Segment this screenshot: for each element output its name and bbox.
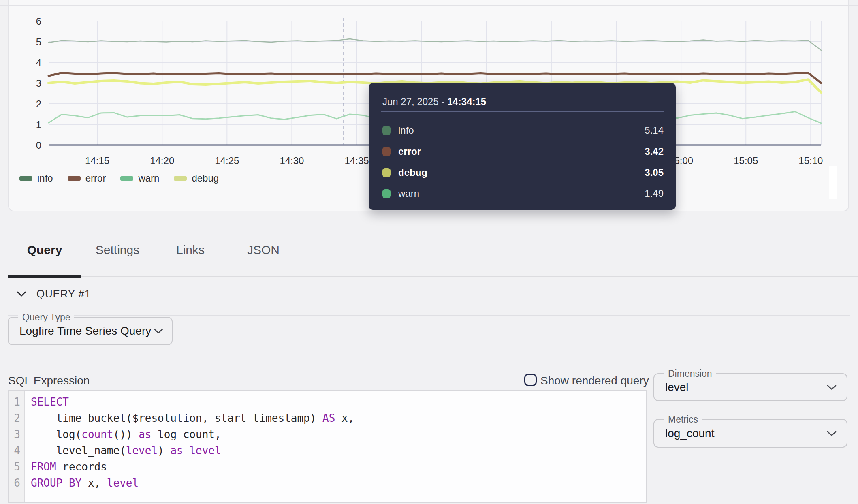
tab-links[interactable]: Links bbox=[154, 241, 227, 278]
line-number: 6 bbox=[9, 475, 24, 491]
tooltip-swatch-error bbox=[382, 147, 391, 156]
query-type-select[interactable]: Query Type Logfire Time Series Query bbox=[8, 317, 173, 345]
legend-label: debug bbox=[192, 173, 219, 184]
dimension-value: level bbox=[665, 381, 689, 394]
line-number: 2 bbox=[9, 410, 24, 426]
x-axis-tick-label: 15:10 bbox=[798, 155, 823, 166]
code-line: level_name(level) as level bbox=[31, 442, 354, 459]
legend-label: info bbox=[37, 173, 53, 184]
chart-scrollbar-thumb[interactable] bbox=[829, 166, 837, 199]
query-section-title: QUERY #1 bbox=[36, 288, 91, 300]
tooltip-row-info: info 5.14 bbox=[382, 126, 664, 135]
line-number: 1 bbox=[9, 394, 24, 410]
line-number: 3 bbox=[9, 426, 24, 442]
legend-swatch-error bbox=[68, 176, 81, 181]
page: { "chart_data": { "type": "line", "x_axi… bbox=[0, 0, 858, 504]
metrics-select[interactable]: Metrics log_count bbox=[653, 419, 847, 448]
y-axis-tick-label: 0 bbox=[36, 140, 41, 151]
tab-settings[interactable]: Settings bbox=[81, 241, 154, 278]
code-content[interactable]: SELECT time_bucket($resolution, start_ti… bbox=[25, 391, 354, 502]
tab-bar: Query Settings Links JSON bbox=[8, 241, 300, 278]
sql-expression-label: SQL Expression bbox=[8, 374, 90, 387]
query-type-label: Query Type bbox=[18, 312, 74, 323]
metrics-value: log_count bbox=[665, 427, 714, 440]
legend-item-info[interactable]: info bbox=[19, 173, 53, 184]
y-axis-tick-label: 5 bbox=[36, 36, 41, 47]
tooltip-swatch-debug bbox=[382, 168, 391, 177]
y-axis-tick-label: 3 bbox=[36, 78, 41, 89]
code-line: FROM records bbox=[31, 459, 354, 475]
line-number: 4 bbox=[9, 442, 24, 459]
code-line: time_bucket($resolution, start_timestamp… bbox=[31, 410, 354, 426]
x-axis-tick-label: 15:05 bbox=[734, 155, 758, 166]
line-number: 5 bbox=[9, 459, 24, 475]
legend-item-debug[interactable]: debug bbox=[174, 173, 219, 184]
x-axis-tick-label: 14:30 bbox=[280, 155, 304, 166]
legend-label: error bbox=[85, 173, 106, 184]
sql-code-editor[interactable]: 123456 SELECT time_bucket($resolution, s… bbox=[8, 390, 647, 503]
chart-tooltip: Jun 27, 2025 - 14:34:15 info 5.14 error … bbox=[369, 83, 676, 210]
show-rendered-query-label: Show rendered query bbox=[540, 374, 649, 387]
tooltip-row-error: error 3.42 bbox=[382, 147, 664, 156]
x-axis-tick-label: 14:25 bbox=[215, 155, 239, 166]
series-line-info bbox=[49, 39, 821, 50]
tab-json[interactable]: JSON bbox=[227, 241, 300, 278]
x-axis-tick-label: 14:35 bbox=[345, 155, 369, 166]
chevron-down-icon bbox=[153, 328, 164, 334]
dimension-select[interactable]: Dimension level bbox=[653, 373, 847, 401]
code-line: log(count()) as log_count, bbox=[31, 426, 354, 442]
query-type-value: Logfire Time Series Query bbox=[19, 325, 151, 337]
legend-swatch-info bbox=[19, 176, 32, 181]
legend-item-warn[interactable]: warn bbox=[120, 173, 159, 184]
chevron-down-icon bbox=[826, 384, 837, 390]
chevron-down-icon bbox=[17, 291, 26, 297]
dimension-label: Dimension bbox=[664, 368, 716, 379]
legend-swatch-debug bbox=[174, 176, 187, 181]
tooltip-swatch-info bbox=[382, 126, 391, 135]
y-axis-tick-label: 1 bbox=[36, 119, 41, 130]
tooltip-row-debug: debug 3.05 bbox=[382, 168, 664, 177]
tooltip-swatch-warn bbox=[382, 189, 391, 198]
metrics-label: Metrics bbox=[664, 414, 702, 425]
legend-swatch-warn bbox=[120, 176, 133, 181]
tab-query[interactable]: Query bbox=[8, 241, 81, 278]
chevron-down-icon bbox=[826, 430, 837, 436]
legend-item-error[interactable]: error bbox=[68, 173, 106, 184]
legend-label: warn bbox=[138, 173, 159, 184]
code-line: SELECT bbox=[31, 394, 354, 410]
y-axis-tick-label: 6 bbox=[36, 16, 41, 27]
x-axis-tick-label: 14:20 bbox=[150, 155, 174, 166]
y-axis-tick-label: 2 bbox=[36, 98, 41, 109]
tooltip-divider bbox=[381, 111, 664, 112]
code-gutter: 123456 bbox=[9, 391, 25, 502]
tooltip-timestamp: Jun 27, 2025 - 14:34:15 bbox=[382, 96, 486, 107]
y-axis-tick-label: 4 bbox=[36, 57, 41, 68]
tooltip-row-warn: warn 1.49 bbox=[382, 189, 664, 199]
chart-legend: info error warn debug bbox=[19, 173, 219, 184]
query-section-header[interactable]: QUERY #1 bbox=[17, 288, 91, 300]
show-rendered-query-checkbox[interactable] bbox=[524, 374, 537, 386]
section-divider bbox=[8, 315, 850, 316]
x-axis-tick-label: 14:15 bbox=[85, 155, 109, 166]
code-line: GROUP BY x, level bbox=[31, 475, 354, 491]
